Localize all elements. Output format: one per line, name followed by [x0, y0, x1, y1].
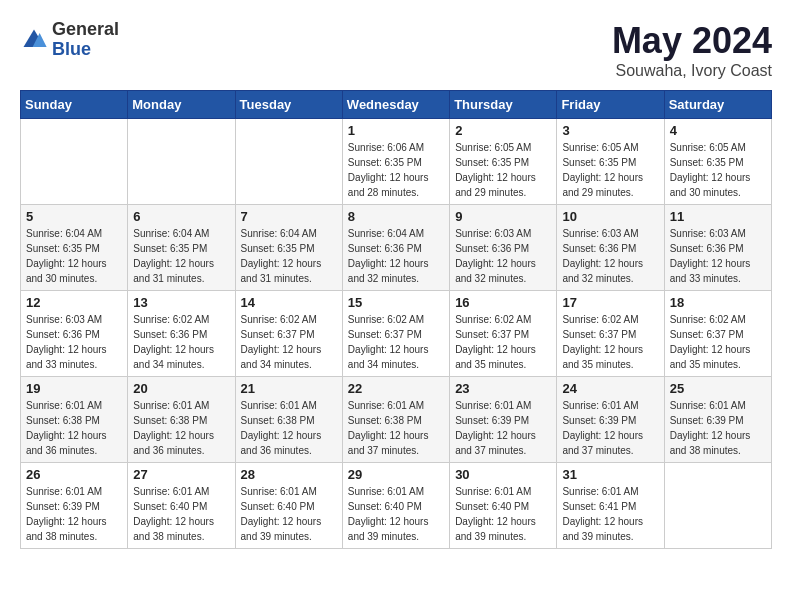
- weekday-header-friday: Friday: [557, 91, 664, 119]
- main-title: May 2024: [612, 20, 772, 62]
- day-cell: 4Sunrise: 6:05 AMSunset: 6:35 PMDaylight…: [664, 119, 771, 205]
- day-number: 16: [455, 295, 551, 310]
- day-detail: Sunrise: 6:04 AMSunset: 6:36 PMDaylight:…: [348, 226, 444, 286]
- day-cell: 16Sunrise: 6:02 AMSunset: 6:37 PMDayligh…: [450, 291, 557, 377]
- day-detail: Sunrise: 6:01 AMSunset: 6:39 PMDaylight:…: [562, 398, 658, 458]
- day-cell: [235, 119, 342, 205]
- day-number: 22: [348, 381, 444, 396]
- weekday-header-tuesday: Tuesday: [235, 91, 342, 119]
- week-row-2: 5Sunrise: 6:04 AMSunset: 6:35 PMDaylight…: [21, 205, 772, 291]
- day-detail: Sunrise: 6:03 AMSunset: 6:36 PMDaylight:…: [26, 312, 122, 372]
- day-detail: Sunrise: 6:05 AMSunset: 6:35 PMDaylight:…: [455, 140, 551, 200]
- day-detail: Sunrise: 6:04 AMSunset: 6:35 PMDaylight:…: [241, 226, 337, 286]
- day-number: 6: [133, 209, 229, 224]
- day-number: 29: [348, 467, 444, 482]
- day-cell: 6Sunrise: 6:04 AMSunset: 6:35 PMDaylight…: [128, 205, 235, 291]
- logo: General Blue: [20, 20, 119, 60]
- weekday-header-saturday: Saturday: [664, 91, 771, 119]
- week-row-3: 12Sunrise: 6:03 AMSunset: 6:36 PMDayligh…: [21, 291, 772, 377]
- day-number: 9: [455, 209, 551, 224]
- day-cell: 26Sunrise: 6:01 AMSunset: 6:39 PMDayligh…: [21, 463, 128, 549]
- day-detail: Sunrise: 6:01 AMSunset: 6:40 PMDaylight:…: [133, 484, 229, 544]
- day-cell: 3Sunrise: 6:05 AMSunset: 6:35 PMDaylight…: [557, 119, 664, 205]
- day-number: 13: [133, 295, 229, 310]
- day-number: 12: [26, 295, 122, 310]
- day-cell: 22Sunrise: 6:01 AMSunset: 6:38 PMDayligh…: [342, 377, 449, 463]
- day-detail: Sunrise: 6:02 AMSunset: 6:37 PMDaylight:…: [241, 312, 337, 372]
- day-number: 11: [670, 209, 766, 224]
- logo-icon: [20, 26, 48, 54]
- day-cell: 31Sunrise: 6:01 AMSunset: 6:41 PMDayligh…: [557, 463, 664, 549]
- week-row-5: 26Sunrise: 6:01 AMSunset: 6:39 PMDayligh…: [21, 463, 772, 549]
- day-number: 15: [348, 295, 444, 310]
- day-number: 20: [133, 381, 229, 396]
- subtitle: Souwaha, Ivory Coast: [612, 62, 772, 80]
- day-cell: 5Sunrise: 6:04 AMSunset: 6:35 PMDaylight…: [21, 205, 128, 291]
- day-detail: Sunrise: 6:04 AMSunset: 6:35 PMDaylight:…: [133, 226, 229, 286]
- day-cell: 30Sunrise: 6:01 AMSunset: 6:40 PMDayligh…: [450, 463, 557, 549]
- page-header: General Blue May 2024 Souwaha, Ivory Coa…: [20, 20, 772, 80]
- day-detail: Sunrise: 6:01 AMSunset: 6:39 PMDaylight:…: [455, 398, 551, 458]
- logo-line1: General: [52, 20, 119, 40]
- day-cell: 20Sunrise: 6:01 AMSunset: 6:38 PMDayligh…: [128, 377, 235, 463]
- day-detail: Sunrise: 6:02 AMSunset: 6:37 PMDaylight:…: [348, 312, 444, 372]
- week-row-1: 1Sunrise: 6:06 AMSunset: 6:35 PMDaylight…: [21, 119, 772, 205]
- day-detail: Sunrise: 6:05 AMSunset: 6:35 PMDaylight:…: [562, 140, 658, 200]
- day-number: 14: [241, 295, 337, 310]
- day-detail: Sunrise: 6:01 AMSunset: 6:38 PMDaylight:…: [348, 398, 444, 458]
- day-detail: Sunrise: 6:01 AMSunset: 6:38 PMDaylight:…: [26, 398, 122, 458]
- weekday-header-sunday: Sunday: [21, 91, 128, 119]
- day-number: 31: [562, 467, 658, 482]
- day-detail: Sunrise: 6:01 AMSunset: 6:38 PMDaylight:…: [241, 398, 337, 458]
- day-cell: 7Sunrise: 6:04 AMSunset: 6:35 PMDaylight…: [235, 205, 342, 291]
- calendar-table: SundayMondayTuesdayWednesdayThursdayFrid…: [20, 90, 772, 549]
- week-row-4: 19Sunrise: 6:01 AMSunset: 6:38 PMDayligh…: [21, 377, 772, 463]
- day-cell: 15Sunrise: 6:02 AMSunset: 6:37 PMDayligh…: [342, 291, 449, 377]
- day-number: 10: [562, 209, 658, 224]
- weekday-header-monday: Monday: [128, 91, 235, 119]
- day-detail: Sunrise: 6:01 AMSunset: 6:40 PMDaylight:…: [241, 484, 337, 544]
- day-detail: Sunrise: 6:03 AMSunset: 6:36 PMDaylight:…: [562, 226, 658, 286]
- day-detail: Sunrise: 6:05 AMSunset: 6:35 PMDaylight:…: [670, 140, 766, 200]
- day-detail: Sunrise: 6:06 AMSunset: 6:35 PMDaylight:…: [348, 140, 444, 200]
- day-number: 28: [241, 467, 337, 482]
- day-cell: 28Sunrise: 6:01 AMSunset: 6:40 PMDayligh…: [235, 463, 342, 549]
- day-detail: Sunrise: 6:01 AMSunset: 6:40 PMDaylight:…: [348, 484, 444, 544]
- day-number: 23: [455, 381, 551, 396]
- day-detail: Sunrise: 6:01 AMSunset: 6:41 PMDaylight:…: [562, 484, 658, 544]
- day-number: 19: [26, 381, 122, 396]
- weekday-header-row: SundayMondayTuesdayWednesdayThursdayFrid…: [21, 91, 772, 119]
- day-number: 3: [562, 123, 658, 138]
- day-cell: 14Sunrise: 6:02 AMSunset: 6:37 PMDayligh…: [235, 291, 342, 377]
- weekday-header-thursday: Thursday: [450, 91, 557, 119]
- day-cell: 18Sunrise: 6:02 AMSunset: 6:37 PMDayligh…: [664, 291, 771, 377]
- logo-line2: Blue: [52, 40, 119, 60]
- day-detail: Sunrise: 6:02 AMSunset: 6:36 PMDaylight:…: [133, 312, 229, 372]
- day-number: 30: [455, 467, 551, 482]
- day-detail: Sunrise: 6:01 AMSunset: 6:40 PMDaylight:…: [455, 484, 551, 544]
- day-cell: 27Sunrise: 6:01 AMSunset: 6:40 PMDayligh…: [128, 463, 235, 549]
- day-cell: 24Sunrise: 6:01 AMSunset: 6:39 PMDayligh…: [557, 377, 664, 463]
- day-number: 4: [670, 123, 766, 138]
- day-number: 2: [455, 123, 551, 138]
- day-number: 5: [26, 209, 122, 224]
- day-cell: [664, 463, 771, 549]
- day-number: 1: [348, 123, 444, 138]
- day-number: 17: [562, 295, 658, 310]
- day-cell: 29Sunrise: 6:01 AMSunset: 6:40 PMDayligh…: [342, 463, 449, 549]
- day-cell: [21, 119, 128, 205]
- logo-text: General Blue: [52, 20, 119, 60]
- day-cell: 25Sunrise: 6:01 AMSunset: 6:39 PMDayligh…: [664, 377, 771, 463]
- day-detail: Sunrise: 6:03 AMSunset: 6:36 PMDaylight:…: [455, 226, 551, 286]
- day-cell: 23Sunrise: 6:01 AMSunset: 6:39 PMDayligh…: [450, 377, 557, 463]
- day-number: 25: [670, 381, 766, 396]
- day-cell: 2Sunrise: 6:05 AMSunset: 6:35 PMDaylight…: [450, 119, 557, 205]
- day-detail: Sunrise: 6:04 AMSunset: 6:35 PMDaylight:…: [26, 226, 122, 286]
- day-number: 8: [348, 209, 444, 224]
- day-cell: 21Sunrise: 6:01 AMSunset: 6:38 PMDayligh…: [235, 377, 342, 463]
- day-number: 26: [26, 467, 122, 482]
- day-number: 27: [133, 467, 229, 482]
- day-detail: Sunrise: 6:01 AMSunset: 6:39 PMDaylight:…: [26, 484, 122, 544]
- day-cell: 12Sunrise: 6:03 AMSunset: 6:36 PMDayligh…: [21, 291, 128, 377]
- day-detail: Sunrise: 6:01 AMSunset: 6:38 PMDaylight:…: [133, 398, 229, 458]
